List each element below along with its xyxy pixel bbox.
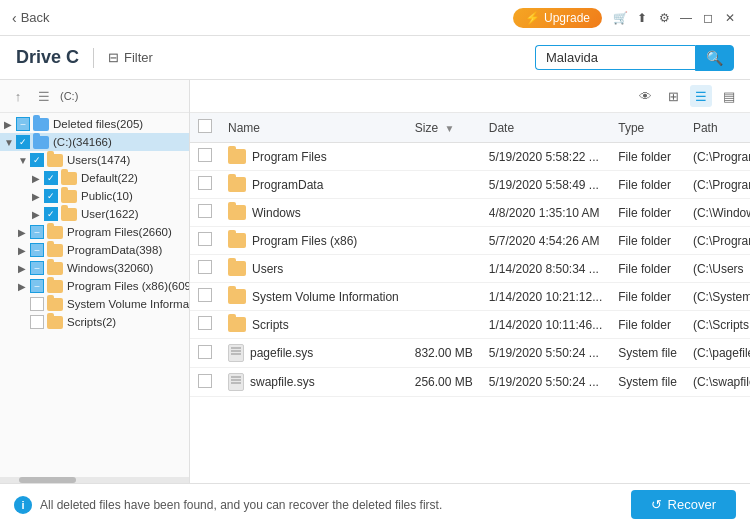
tree-checkbox[interactable]: – [30, 243, 44, 257]
info-icon: i [14, 496, 32, 514]
row-checkbox[interactable] [198, 374, 212, 388]
row-size-cell [407, 255, 481, 283]
table-row[interactable]: swapfile.sys 256.00 MB 5/19/2020 5:50:24… [190, 368, 750, 397]
file-table: Name Size ▼ Date Type Path [190, 113, 750, 483]
table-row[interactable]: Scripts 1/14/2020 10:11:46... File folde… [190, 311, 750, 339]
settings-icon[interactable]: ⚙ [656, 10, 672, 26]
folder-icon [61, 190, 77, 203]
row-checkbox[interactable] [198, 345, 212, 359]
bottom-info: i All deleted files have been found, and… [14, 496, 442, 514]
recover-icon: ↺ [651, 497, 662, 512]
tree-item-system-volume[interactable]: System Volume Informa... [0, 295, 189, 313]
close-icon[interactable]: ✕ [722, 10, 738, 26]
left-scrollbar[interactable] [0, 477, 189, 483]
row-path-cell: (C:\Windows [685, 199, 750, 227]
header-path[interactable]: Path [685, 113, 750, 143]
row-checkbox[interactable] [198, 260, 212, 274]
header-size[interactable]: Size ▼ [407, 113, 481, 143]
filter-button[interactable]: ⊟ Filter [108, 50, 153, 65]
row-checkbox-cell[interactable] [190, 143, 220, 171]
row-size-cell [407, 283, 481, 311]
file-name-with-icon: System Volume Information [228, 289, 399, 304]
row-name-cell: Windows [220, 199, 407, 227]
cart-icon[interactable]: 🛒 [612, 10, 628, 26]
tree-checkbox[interactable]: ✓ [44, 171, 58, 185]
maximize-icon[interactable]: ◻ [700, 10, 716, 26]
tree-checkbox[interactable] [30, 315, 44, 329]
grid-view-icon[interactable]: ⊞ [662, 85, 684, 107]
tree-checkbox[interactable]: – [30, 225, 44, 239]
folder-icon [228, 177, 246, 192]
select-all-checkbox[interactable] [198, 119, 212, 133]
file-name-with-icon: swapfile.sys [228, 373, 399, 391]
row-checkbox-cell[interactable] [190, 227, 220, 255]
row-checkbox[interactable] [198, 176, 212, 190]
table-row[interactable]: System Volume Information 1/14/2020 10:2… [190, 283, 750, 311]
detail-view-icon[interactable]: ▤ [718, 85, 740, 107]
tree-item-programdata[interactable]: ▶ – ProgramData(398) [0, 241, 189, 259]
eye-view-icon[interactable]: 👁 [634, 85, 656, 107]
folder-icon [228, 261, 246, 276]
table-row[interactable]: Users 1/14/2020 8:50:34 ... File folder … [190, 255, 750, 283]
row-checkbox-cell[interactable] [190, 311, 220, 339]
tree-item-c-drive[interactable]: ▼ ✓ (C:)(34166) [0, 133, 189, 151]
row-checkbox[interactable] [198, 232, 212, 246]
row-checkbox[interactable] [198, 148, 212, 162]
header-type[interactable]: Type [610, 113, 685, 143]
row-checkbox[interactable] [198, 316, 212, 330]
file-name-with-icon: Scripts [228, 317, 399, 332]
row-checkbox-cell[interactable] [190, 368, 220, 397]
table-row[interactable]: pagefile.sys 832.00 MB 5/19/2020 5:50:24… [190, 339, 750, 368]
tree-checkbox[interactable] [30, 297, 44, 311]
tree-item-user[interactable]: ▶ ✓ User(1622) [0, 205, 189, 223]
tree-toggle: ▶ [32, 209, 44, 220]
row-name-cell: Users [220, 255, 407, 283]
file-name-with-icon: Windows [228, 205, 399, 220]
back-button[interactable]: ‹ Back [12, 10, 50, 26]
row-checkbox-cell[interactable] [190, 199, 220, 227]
folder-icon [228, 149, 246, 164]
row-type-cell: System file [610, 368, 685, 397]
tree-item-scripts[interactable]: Scripts(2) [0, 313, 189, 331]
header-name[interactable]: Name [220, 113, 407, 143]
tree-label: ProgramData(398) [67, 244, 162, 256]
table-row[interactable]: Program Files (x86) 5/7/2020 4:54:26 AM … [190, 227, 750, 255]
table-row[interactable]: Windows 4/8/2020 1:35:10 AM File folder … [190, 199, 750, 227]
row-size-cell: 256.00 MB [407, 368, 481, 397]
search-input[interactable] [535, 45, 695, 70]
row-checkbox[interactable] [198, 204, 212, 218]
tree-item-default[interactable]: ▶ ✓ Default(22) [0, 169, 189, 187]
tree-checkbox[interactable]: ✓ [16, 135, 30, 149]
tree-item-program-files[interactable]: ▶ – Program Files(2660) [0, 223, 189, 241]
tree-checkbox[interactable]: ✓ [44, 207, 58, 221]
table-row[interactable]: Program Files 5/19/2020 5:58:22 ... File… [190, 143, 750, 171]
tree-checkbox[interactable]: – [30, 261, 44, 275]
up-icon[interactable]: ↑ [8, 86, 28, 106]
tree-checkbox[interactable]: – [16, 117, 30, 131]
tree-item-deleted[interactable]: ▶ – Deleted files(205) [0, 115, 189, 133]
row-checkbox-cell[interactable] [190, 283, 220, 311]
list-view-icon[interactable]: ☰ [690, 85, 712, 107]
sort-icon[interactable]: ☰ [34, 86, 54, 106]
tree-checkbox[interactable]: ✓ [30, 153, 44, 167]
drive-divider [93, 48, 94, 68]
tree-item-public[interactable]: ▶ ✓ Public(10) [0, 187, 189, 205]
row-type-cell: File folder [610, 171, 685, 199]
table-row[interactable]: ProgramData 5/19/2020 5:58:49 ... File f… [190, 171, 750, 199]
row-checkbox-cell[interactable] [190, 339, 220, 368]
recover-button[interactable]: ↺ Recover [631, 490, 736, 519]
tree-item-program-files-x86[interactable]: ▶ – Program Files (x86)(609) [0, 277, 189, 295]
search-button[interactable]: 🔍 [695, 45, 734, 71]
tree-item-windows[interactable]: ▶ – Windows(32060) [0, 259, 189, 277]
row-path-cell: (C:\ProgramData [685, 171, 750, 199]
row-checkbox-cell[interactable] [190, 171, 220, 199]
minimize-icon[interactable]: — [678, 10, 694, 26]
header-date[interactable]: Date [481, 113, 610, 143]
tree-checkbox[interactable]: – [30, 279, 44, 293]
tree-item-users[interactable]: ▼ ✓ Users(1474) [0, 151, 189, 169]
row-checkbox[interactable] [198, 288, 212, 302]
upgrade-button[interactable]: ⚡ Upgrade [513, 8, 602, 28]
row-checkbox-cell[interactable] [190, 255, 220, 283]
share-icon[interactable]: ⬆ [634, 10, 650, 26]
tree-checkbox[interactable]: ✓ [44, 189, 58, 203]
